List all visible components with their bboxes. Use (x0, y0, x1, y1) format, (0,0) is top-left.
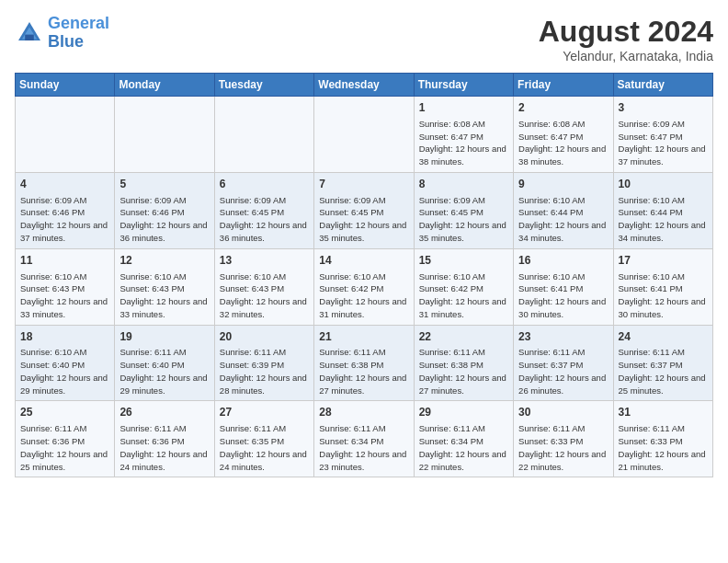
day-detail: Sunrise: 6:09 AM Sunset: 6:46 PM Dayligh… (20, 194, 109, 245)
subtitle: Yelandur, Karnataka, India (539, 49, 713, 63)
calendar-week-4: 18Sunrise: 6:10 AM Sunset: 6:40 PM Dayli… (16, 325, 713, 401)
calendar-cell: 25Sunrise: 6:11 AM Sunset: 6:36 PM Dayli… (16, 401, 115, 477)
day-number: 18 (20, 329, 109, 345)
day-detail: Sunrise: 6:11 AM Sunset: 6:40 PM Dayligh… (119, 346, 209, 396)
day-number: 7 (319, 177, 408, 192)
day-number: 10 (619, 177, 708, 192)
day-number: 19 (119, 329, 209, 345)
day-detail: Sunrise: 6:10 AM Sunset: 6:44 PM Dayligh… (619, 194, 708, 245)
logo-text: General Blue (48, 15, 109, 52)
calendar-week-1: 1Sunrise: 6:08 AM Sunset: 6:47 PM Daylig… (16, 97, 713, 173)
calendar-cell: 5Sunrise: 6:09 AM Sunset: 6:46 PM Daylig… (115, 172, 214, 248)
day-detail: Sunrise: 6:08 AM Sunset: 6:47 PM Dayligh… (419, 118, 508, 168)
calendar-cell: 8Sunrise: 6:09 AM Sunset: 6:45 PM Daylig… (414, 172, 513, 248)
day-number: 16 (518, 253, 608, 269)
day-number: 11 (20, 253, 109, 269)
logo-icon (15, 18, 44, 48)
calendar-cell: 14Sunrise: 6:10 AM Sunset: 6:42 PM Dayli… (314, 248, 414, 325)
day-detail: Sunrise: 6:10 AM Sunset: 6:41 PM Dayligh… (518, 270, 608, 321)
day-number: 27 (220, 405, 309, 420)
header-row: SundayMondayTuesdayWednesdayThursdayFrid… (16, 74, 713, 97)
title-block: August 2024 Yelandur, Karnataka, India (539, 15, 713, 63)
calendar-cell: 22Sunrise: 6:11 AM Sunset: 6:38 PM Dayli… (414, 325, 513, 401)
day-number: 4 (20, 177, 109, 192)
day-detail: Sunrise: 6:11 AM Sunset: 6:33 PM Dayligh… (518, 422, 608, 473)
day-detail: Sunrise: 6:09 AM Sunset: 6:45 PM Dayligh… (419, 194, 508, 245)
day-detail: Sunrise: 6:10 AM Sunset: 6:42 PM Dayligh… (319, 270, 408, 321)
calendar-cell: 31Sunrise: 6:11 AM Sunset: 6:33 PM Dayli… (613, 401, 712, 477)
calendar-cell: 4Sunrise: 6:09 AM Sunset: 6:46 PM Daylig… (16, 172, 115, 248)
calendar-cell: 29Sunrise: 6:11 AM Sunset: 6:34 PM Dayli… (414, 401, 513, 477)
day-number: 13 (220, 253, 309, 269)
calendar-cell: 19Sunrise: 6:11 AM Sunset: 6:40 PM Dayli… (115, 325, 214, 401)
day-number: 31 (619, 405, 708, 420)
calendar-body: 1Sunrise: 6:08 AM Sunset: 6:47 PM Daylig… (16, 97, 713, 477)
logo: General Blue (15, 15, 109, 52)
calendar-cell (314, 97, 414, 173)
day-detail: Sunrise: 6:11 AM Sunset: 6:37 PM Dayligh… (619, 346, 708, 396)
page-header: General Blue August 2024 Yelandur, Karna… (15, 15, 713, 63)
header-cell-tuesday: Tuesday (214, 74, 313, 97)
header-cell-monday: Monday (115, 74, 214, 97)
calendar-cell: 27Sunrise: 6:11 AM Sunset: 6:35 PM Dayli… (214, 401, 313, 477)
day-detail: Sunrise: 6:10 AM Sunset: 6:44 PM Dayligh… (518, 194, 608, 245)
calendar-cell: 13Sunrise: 6:10 AM Sunset: 6:43 PM Dayli… (214, 248, 313, 325)
day-number: 30 (518, 405, 608, 420)
day-detail: Sunrise: 6:11 AM Sunset: 6:34 PM Dayligh… (319, 422, 408, 473)
logo-general: General (48, 14, 109, 32)
calendar-table: SundayMondayTuesdayWednesdayThursdayFrid… (15, 73, 713, 477)
day-number: 29 (419, 405, 508, 420)
day-number: 6 (220, 177, 309, 192)
calendar-cell: 10Sunrise: 6:10 AM Sunset: 6:44 PM Dayli… (613, 172, 712, 248)
day-detail: Sunrise: 6:11 AM Sunset: 6:38 PM Dayligh… (419, 346, 508, 396)
calendar-cell: 20Sunrise: 6:11 AM Sunset: 6:39 PM Dayli… (214, 325, 313, 401)
calendar-week-2: 4Sunrise: 6:09 AM Sunset: 6:46 PM Daylig… (16, 172, 713, 248)
calendar-cell (115, 97, 214, 173)
calendar-cell: 16Sunrise: 6:10 AM Sunset: 6:41 PM Dayli… (514, 248, 613, 325)
calendar-cell: 12Sunrise: 6:10 AM Sunset: 6:43 PM Dayli… (115, 248, 214, 325)
calendar-cell: 2Sunrise: 6:08 AM Sunset: 6:47 PM Daylig… (514, 97, 613, 173)
calendar-cell: 28Sunrise: 6:11 AM Sunset: 6:34 PM Dayli… (314, 401, 414, 477)
day-detail: Sunrise: 6:11 AM Sunset: 6:33 PM Dayligh… (619, 422, 708, 473)
day-number: 5 (119, 177, 209, 192)
day-detail: Sunrise: 6:11 AM Sunset: 6:37 PM Dayligh… (518, 346, 608, 396)
logo-blue: Blue (48, 32, 84, 51)
day-detail: Sunrise: 6:09 AM Sunset: 6:47 PM Dayligh… (619, 118, 708, 168)
day-detail: Sunrise: 6:10 AM Sunset: 6:40 PM Dayligh… (20, 346, 109, 396)
day-number: 24 (619, 329, 708, 345)
day-detail: Sunrise: 6:11 AM Sunset: 6:39 PM Dayligh… (220, 346, 309, 396)
main-title: August 2024 (539, 15, 713, 49)
day-number: 23 (518, 329, 608, 345)
day-number: 25 (20, 405, 109, 420)
calendar-week-5: 25Sunrise: 6:11 AM Sunset: 6:36 PM Dayli… (16, 401, 713, 477)
calendar-cell: 30Sunrise: 6:11 AM Sunset: 6:33 PM Dayli… (514, 401, 613, 477)
day-detail: Sunrise: 6:11 AM Sunset: 6:36 PM Dayligh… (20, 422, 109, 473)
day-detail: Sunrise: 6:09 AM Sunset: 6:46 PM Dayligh… (119, 194, 209, 245)
day-detail: Sunrise: 6:10 AM Sunset: 6:42 PM Dayligh… (419, 270, 508, 321)
day-detail: Sunrise: 6:11 AM Sunset: 6:35 PM Dayligh… (220, 422, 309, 473)
calendar-cell (16, 97, 115, 173)
calendar-cell: 7Sunrise: 6:09 AM Sunset: 6:45 PM Daylig… (314, 172, 414, 248)
calendar-cell: 18Sunrise: 6:10 AM Sunset: 6:40 PM Dayli… (16, 325, 115, 401)
day-detail: Sunrise: 6:08 AM Sunset: 6:47 PM Dayligh… (518, 118, 608, 168)
svg-rect-2 (25, 34, 34, 40)
calendar-cell: 23Sunrise: 6:11 AM Sunset: 6:37 PM Dayli… (514, 325, 613, 401)
day-number: 9 (518, 177, 608, 192)
day-number: 14 (319, 253, 408, 269)
day-number: 21 (319, 329, 408, 345)
day-number: 2 (518, 100, 608, 116)
calendar-cell: 17Sunrise: 6:10 AM Sunset: 6:41 PM Dayli… (613, 248, 712, 325)
day-detail: Sunrise: 6:11 AM Sunset: 6:34 PM Dayligh… (419, 422, 508, 473)
calendar-cell: 1Sunrise: 6:08 AM Sunset: 6:47 PM Daylig… (414, 97, 513, 173)
calendar-week-3: 11Sunrise: 6:10 AM Sunset: 6:43 PM Dayli… (16, 248, 713, 325)
calendar-cell: 24Sunrise: 6:11 AM Sunset: 6:37 PM Dayli… (613, 325, 712, 401)
day-number: 26 (119, 405, 209, 420)
header-cell-thursday: Thursday (414, 74, 513, 97)
day-number: 20 (220, 329, 309, 345)
calendar-cell: 6Sunrise: 6:09 AM Sunset: 6:45 PM Daylig… (214, 172, 313, 248)
day-detail: Sunrise: 6:10 AM Sunset: 6:43 PM Dayligh… (220, 270, 309, 321)
day-number: 12 (119, 253, 209, 269)
calendar-cell: 9Sunrise: 6:10 AM Sunset: 6:44 PM Daylig… (514, 172, 613, 248)
day-detail: Sunrise: 6:11 AM Sunset: 6:38 PM Dayligh… (319, 346, 408, 396)
calendar-cell: 3Sunrise: 6:09 AM Sunset: 6:47 PM Daylig… (613, 97, 712, 173)
